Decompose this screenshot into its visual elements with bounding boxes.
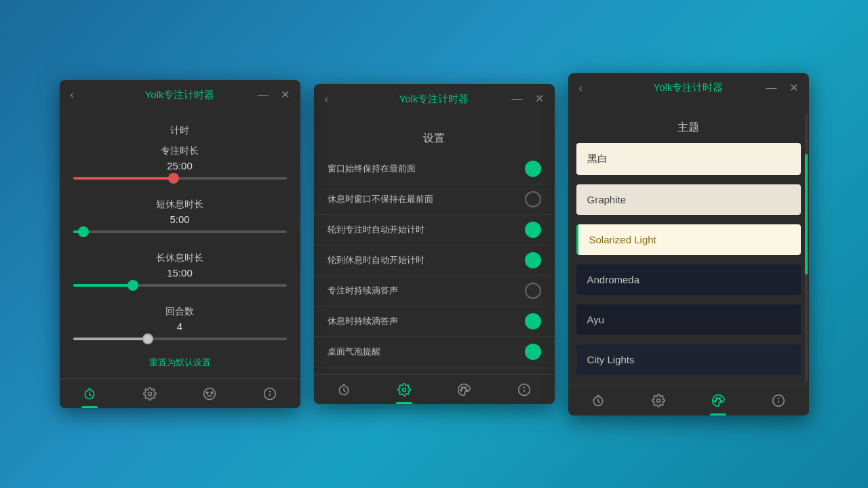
- minimize-button-2[interactable]: —: [509, 92, 526, 106]
- theme-content: 主题 黑白 Graphite Solarized Light Andromeda…: [568, 103, 809, 386]
- focus-label: 专注时长: [60, 145, 300, 157]
- svg-point-4: [211, 392, 213, 394]
- theme-item-5[interactable]: City Lights: [576, 344, 801, 375]
- toggle-0[interactable]: [525, 161, 541, 177]
- settings-content: 设置 窗口始终保持在最前面 休息时窗口不保持在最前面 轮到专注时自动开始计时 轮…: [314, 114, 555, 374]
- short-break-value: 5:00: [60, 214, 300, 225]
- setting-row-4: 专注时持续滴答声: [314, 276, 555, 306]
- toggle-4[interactable]: [525, 283, 541, 299]
- svg-point-10: [460, 389, 462, 391]
- timer-content: 计时 专注时长 25:00 短休息时长 5:00 长休息时长 15:00: [60, 110, 300, 378]
- rounds-slider-wrap: [60, 338, 300, 351]
- footer-info-btn-1[interactable]: [240, 379, 300, 408]
- setting-row-6: 桌面气泡提醒: [314, 337, 555, 367]
- footer-timer-btn-3[interactable]: [568, 386, 629, 415]
- footer-1: [60, 378, 300, 408]
- close-button-1[interactable]: ✕: [278, 88, 292, 102]
- back-button-3[interactable]: ‹: [576, 81, 585, 95]
- toggle-6[interactable]: [525, 344, 541, 360]
- short-break-slider-thumb[interactable]: [78, 226, 89, 237]
- toggle-3[interactable]: [525, 252, 541, 268]
- setting-row-1: 休息时窗口不保持在最前面: [314, 184, 555, 215]
- minimize-button-1[interactable]: —: [255, 88, 271, 102]
- svg-point-12: [465, 386, 467, 388]
- timer-section-title: 计时: [60, 125, 300, 137]
- rounds-slider-track[interactable]: [73, 338, 287, 340]
- rounds-slider-thumb[interactable]: [142, 333, 153, 344]
- scrollbar-thumb[interactable]: [805, 154, 808, 274]
- timer-window: ‹ Yolk专注计时器 — ✕ 计时 专注时长 25:00 短休息时长 5:00: [60, 80, 300, 408]
- rounds-slider-fill: [73, 338, 148, 340]
- theme-item-4[interactable]: Ayu: [576, 304, 801, 335]
- svg-point-19: [715, 401, 717, 403]
- reset-button[interactable]: 重置为默认设置: [149, 357, 211, 369]
- theme-item-2[interactable]: Solarized Light: [576, 224, 801, 255]
- setting-row-3: 轮到休息时自动开始计时: [314, 245, 555, 276]
- footer-indicator-1: [81, 406, 98, 408]
- titlebar-2: ‹ Yolk专注计时器 — ✕: [314, 84, 555, 114]
- theme-page-title: 主题: [568, 110, 809, 143]
- footer-timer-btn-1[interactable]: [60, 379, 120, 408]
- svg-point-21: [719, 398, 721, 400]
- footer-settings-btn-2[interactable]: [374, 375, 434, 404]
- short-break-slider-wrap: [60, 230, 300, 244]
- close-button-3[interactable]: ✕: [787, 81, 801, 95]
- long-break-slider-track[interactable]: [73, 284, 287, 287]
- back-button-2[interactable]: ‹: [322, 92, 331, 106]
- long-break-label: 长休息时长: [60, 252, 300, 264]
- theme-item-1[interactable]: Graphite: [576, 184, 801, 215]
- footer-timer-btn-2[interactable]: [314, 375, 374, 404]
- svg-point-13: [466, 389, 468, 391]
- toggle-2[interactable]: [525, 222, 541, 238]
- footer-indicator-3: [710, 413, 726, 415]
- window-title-2: Yolk专注计时器: [399, 93, 469, 106]
- setting-label-1: 休息时窗口不保持在最前面: [328, 193, 433, 205]
- footer-info-btn-3[interactable]: [749, 386, 809, 415]
- footer-theme-btn-3[interactable]: [688, 386, 749, 415]
- window-title-3: Yolk专注计时器: [654, 81, 724, 94]
- theme-item-3[interactable]: Andromeda: [576, 264, 801, 295]
- back-button-1[interactable]: ‹: [68, 88, 77, 102]
- svg-point-2: [204, 388, 216, 399]
- close-button-2[interactable]: ✕: [532, 92, 547, 106]
- short-break-label: 短休息时长: [60, 199, 300, 211]
- setting-row-0: 窗口始终保持在最前面: [314, 154, 555, 184]
- titlebar-1: ‹ Yolk专注计时器 — ✕: [60, 80, 300, 110]
- theme-item-0[interactable]: 黑白: [576, 143, 801, 175]
- svg-point-3: [207, 392, 209, 394]
- svg-point-20: [716, 398, 718, 400]
- titlebar-3: ‹ Yolk专注计时器 — ✕: [568, 73, 809, 103]
- focus-slider-wrap: [60, 177, 300, 190]
- footer-3: [568, 386, 809, 415]
- footer-2: [314, 374, 555, 404]
- setting-label-5: 休息时持续滴答声: [328, 315, 398, 327]
- svg-point-1: [148, 392, 151, 395]
- focus-slider-track[interactable]: [73, 177, 287, 180]
- svg-point-22: [720, 401, 722, 403]
- footer-theme-btn-1[interactable]: [180, 379, 240, 408]
- long-break-value: 15:00: [60, 267, 300, 279]
- svg-point-18: [656, 399, 660, 403]
- setting-label-3: 轮到休息时自动开始计时: [328, 254, 425, 266]
- long-break-slider-fill: [73, 284, 133, 287]
- theme-list: 黑白 Graphite Solarized Light Andromeda Ay…: [568, 143, 809, 379]
- footer-settings-btn-3[interactable]: [628, 386, 688, 415]
- settings-page-title: 设置: [314, 121, 555, 154]
- toggle-5[interactable]: [525, 313, 541, 329]
- scrollbar-track: [805, 114, 808, 382]
- toggle-1[interactable]: [525, 191, 541, 207]
- window-title-1: Yolk专注计时器: [145, 89, 215, 102]
- focus-value: 25:00: [60, 160, 300, 171]
- footer-info-btn-2[interactable]: [494, 375, 555, 404]
- setting-row-2: 轮到专注时自动开始计时: [314, 215, 555, 245]
- footer-theme-btn-2[interactable]: [434, 375, 494, 404]
- setting-row-5: 休息时持续滴答声: [314, 306, 555, 337]
- footer-settings-btn-1[interactable]: [119, 379, 180, 408]
- long-break-slider-thumb[interactable]: [127, 280, 138, 291]
- minimize-button-3[interactable]: —: [764, 81, 780, 95]
- focus-slider-fill: [73, 177, 174, 180]
- short-break-slider-track[interactable]: [73, 230, 287, 233]
- footer-indicator-2: [396, 402, 412, 404]
- focus-slider-thumb[interactable]: [168, 173, 179, 184]
- setting-label-2: 轮到专注时自动开始计时: [328, 224, 425, 236]
